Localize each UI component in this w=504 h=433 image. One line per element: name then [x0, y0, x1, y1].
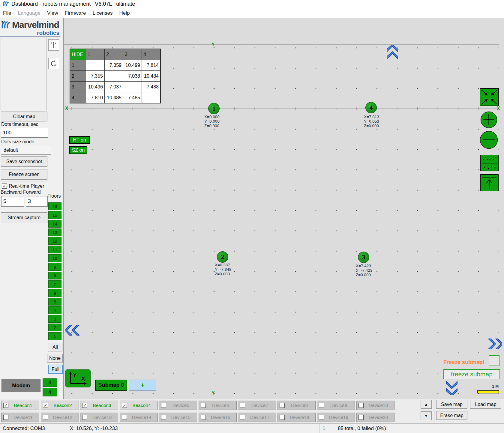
device11-checkbox[interactable] [3, 415, 8, 420]
floor-count-button-1[interactable]: 4 [43, 378, 57, 387]
device10-cell[interactable]: Device10 [356, 401, 394, 410]
stream-capture-button[interactable]: Stream capture [1, 212, 47, 223]
device6-checkbox[interactable] [201, 403, 206, 408]
device18-cell[interactable]: Device18 [278, 413, 316, 422]
save-map-button[interactable]: Save map [436, 400, 467, 409]
add-submap-button[interactable]: + [129, 380, 156, 391]
pan-down-icon[interactable] [445, 381, 458, 395]
device5-checkbox[interactable] [161, 403, 166, 408]
device10-checkbox[interactable] [358, 403, 364, 408]
beacon-marker-1[interactable]: 1 [208, 103, 220, 114]
device19-cell[interactable]: Device19 [317, 413, 355, 422]
menu-firmware[interactable]: Firmware [65, 9, 86, 17]
device9-checkbox[interactable] [319, 403, 324, 408]
device8-cell[interactable]: Device8 [278, 401, 316, 410]
ht-on-button[interactable]: HT on [69, 136, 90, 144]
menu-language[interactable]: Language [18, 9, 40, 17]
fit-to-screen-button[interactable] [480, 88, 499, 106]
snap-to-top-button[interactable] [480, 174, 499, 191]
floor-button-6[interactable]: 6 [48, 289, 62, 297]
menu-help[interactable]: Help [119, 9, 130, 17]
device12-checkbox[interactable] [43, 415, 48, 420]
device11-cell[interactable]: Device11 [1, 413, 39, 422]
device20-checkbox[interactable] [358, 415, 364, 420]
beacon-marker-4[interactable]: 4 [365, 102, 377, 113]
rotate-tool-button[interactable] [48, 58, 59, 69]
axes-tool-button[interactable]: x y [48, 39, 59, 51]
device18-checkbox[interactable] [280, 415, 285, 420]
floor-button-2[interactable]: 2 [48, 324, 62, 331]
floors-none-button[interactable]: None [47, 354, 63, 363]
matrix-hide-button[interactable]: HIDE [70, 49, 86, 60]
devices-scroll-down-button[interactable]: ▼ [421, 411, 432, 420]
device8-checkbox[interactable] [280, 403, 285, 408]
freeze-submap-button[interactable]: freeze submap [443, 369, 500, 379]
realtime-player-checkbox[interactable]: ✓ [2, 184, 7, 189]
erase-map-button[interactable]: Erase map [436, 411, 467, 420]
device16-cell[interactable]: Device16 [199, 413, 237, 422]
zoom-out-button[interactable] [480, 131, 498, 149]
beacon2-cell[interactable]: ✓Beacon2 [41, 401, 79, 410]
device5-cell[interactable]: Device5 [159, 401, 197, 410]
save-screenshot-button[interactable]: Save screenshot [1, 156, 47, 167]
dots-size-select[interactable]: default ˇ [1, 146, 51, 155]
floor-button-14[interactable]: 14 [48, 220, 62, 228]
clear-map-button[interactable]: Clear map [1, 112, 47, 121]
device7-checkbox[interactable] [240, 403, 245, 408]
devices-scroll-up-button[interactable]: ▲ [421, 400, 432, 409]
floor-button-12[interactable]: 12 [48, 237, 62, 245]
beacon2-checkbox[interactable]: ✓ [43, 403, 48, 408]
device17-cell[interactable]: Device17 [238, 413, 276, 422]
device20-cell[interactable]: Device20 [356, 413, 394, 422]
axes-orientation-indicator[interactable]: Y X [65, 369, 91, 387]
floor-button-5[interactable]: 5 [48, 298, 62, 306]
beacon-marker-2[interactable]: 2 [217, 251, 228, 263]
beacon4-checkbox[interactable]: ✓ [122, 403, 127, 408]
freeze-screen-button[interactable]: Freeze screen [1, 169, 47, 180]
device19-checkbox[interactable] [319, 415, 324, 420]
beacon1-cell[interactable]: ✓Beacon1 [1, 401, 39, 410]
beacon3-cell[interactable]: ✓Beacon3 [80, 401, 118, 410]
floor-button-13[interactable]: 13 [48, 228, 62, 236]
floor-button-8[interactable]: 8 [48, 272, 62, 279]
pan-right-icon[interactable] [487, 338, 502, 350]
device15-checkbox[interactable] [161, 415, 166, 420]
modem-button[interactable]: Modem [2, 379, 40, 392]
floor-button-7[interactable]: 7 [48, 280, 62, 288]
beacon4-cell[interactable]: ✓Beacon4 [120, 401, 158, 410]
device14-checkbox[interactable] [122, 415, 127, 420]
floor-button-9[interactable]: 9 [48, 263, 62, 271]
floor-button-16[interactable]: 16 [48, 202, 62, 210]
sz-on-button[interactable]: SZ on [69, 146, 87, 154]
device13-checkbox[interactable] [82, 415, 87, 420]
pan-up-icon[interactable] [386, 45, 399, 59]
floor-button-1[interactable]: 1 [48, 332, 62, 340]
floor-button-15[interactable]: 15 [48, 211, 62, 219]
beacon3-checkbox[interactable]: ✓ [82, 403, 87, 408]
device17-checkbox[interactable] [240, 415, 245, 420]
forward-input[interactable]: 3 [26, 196, 48, 207]
backward-input[interactable]: 5 [1, 196, 24, 207]
device14-cell[interactable]: Device14 [120, 413, 158, 422]
device15-cell[interactable]: Device15 [159, 413, 197, 422]
menu-licenses[interactable]: Licenses [92, 9, 112, 17]
pan-left-icon[interactable] [65, 324, 80, 336]
menu-view[interactable]: View [47, 9, 58, 17]
submap-0-button[interactable]: Submap 0 [95, 380, 127, 391]
floor-button-4[interactable]: 4 [48, 306, 62, 314]
floor-button-10[interactable]: 10 [48, 254, 62, 262]
freeze-submap-checkbox[interactable] [489, 355, 500, 366]
beacon1-checkbox[interactable]: ✓ [3, 403, 8, 408]
dots-timeout-input[interactable]: 100 [1, 128, 48, 138]
floor-button-11[interactable]: 11 [48, 246, 62, 253]
zoom-in-button[interactable] [480, 111, 497, 128]
device13-cell[interactable]: Device13 [80, 413, 118, 422]
device16-checkbox[interactable] [201, 415, 206, 420]
dots-filter-button[interactable] [480, 155, 499, 171]
load-map-button[interactable]: Load map [470, 400, 501, 409]
floors-full-button[interactable]: Full [48, 365, 63, 374]
device12-cell[interactable]: Device12 [41, 413, 79, 422]
menu-file[interactable]: File [3, 9, 11, 17]
device7-cell[interactable]: Device7 [238, 401, 276, 410]
floor-button-3[interactable]: 3 [48, 315, 62, 323]
